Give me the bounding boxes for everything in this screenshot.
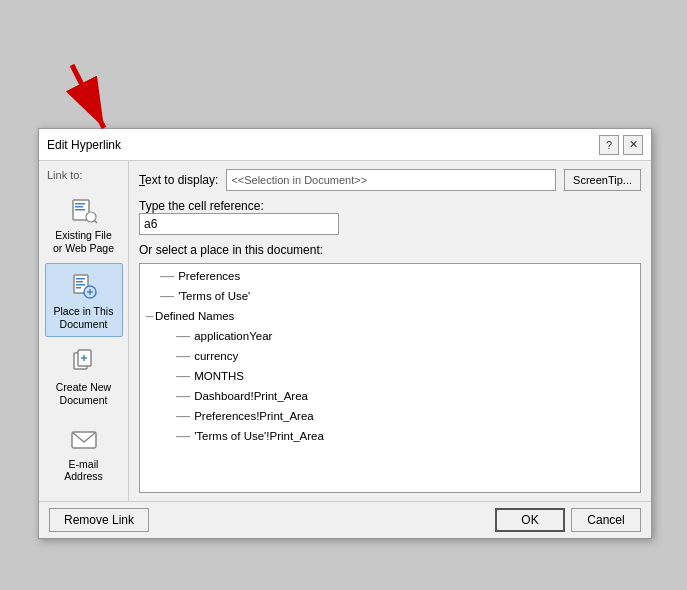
tree-dash-icon: ── — [176, 331, 190, 342]
tree-item-label: currency — [194, 350, 238, 362]
svg-rect-9 — [76, 278, 85, 280]
edit-hyperlink-dialog: Edit Hyperlink ? ✕ Link to: — [38, 128, 652, 539]
tree-item-prefs-print[interactable]: ── Preferences!Print_Area — [140, 406, 640, 426]
close-button[interactable]: ✕ — [623, 135, 643, 155]
title-bar: Edit Hyperlink ? ✕ — [39, 129, 651, 161]
help-button[interactable]: ? — [599, 135, 619, 155]
svg-line-7 — [94, 220, 97, 223]
sidebar-item-create-new[interactable]: Create NewDocument — [45, 339, 123, 413]
sidebar: Link to: Existing Fileor Web Page — [39, 161, 129, 501]
tree-section-label: Or select a place in this document: — [139, 243, 641, 257]
tree-item-label: Preferences!Print_Area — [194, 410, 314, 422]
tree-dash-icon: ── — [176, 391, 190, 402]
cell-ref-section: Type the cell reference: — [139, 197, 641, 235]
create-new-label: Create NewDocument — [56, 381, 111, 406]
cancel-button[interactable]: Cancel — [571, 508, 641, 532]
tree-item-terms[interactable]: ── 'Terms of Use' — [140, 286, 640, 306]
cell-ref-input[interactable] — [139, 213, 339, 235]
tree-dash-icon: ── — [176, 431, 190, 442]
svg-rect-3 — [75, 203, 85, 205]
title-controls: ? ✕ — [599, 135, 643, 155]
svg-rect-5 — [75, 209, 85, 211]
tree-item-label: MONTHS — [194, 370, 244, 382]
svg-rect-10 — [76, 281, 83, 283]
text-display-label: Text to display: — [139, 173, 218, 187]
svg-rect-4 — [75, 206, 83, 208]
tree-dash-icon: ── — [176, 351, 190, 362]
tree-dash-icon: ── — [176, 371, 190, 382]
cell-ref-label: Type the cell reference: — [139, 199, 641, 213]
text-display-input[interactable] — [226, 169, 556, 191]
svg-line-1 — [72, 65, 104, 128]
svg-rect-11 — [76, 284, 85, 286]
tree-item-defined-names[interactable]: ─ Defined Names — [140, 306, 640, 326]
svg-rect-12 — [76, 287, 81, 289]
tree-expand-icon: ─ — [146, 311, 153, 322]
dialog-body: Link to: Existing Fileor Web Page — [39, 161, 651, 501]
sidebar-item-existing-file[interactable]: Existing Fileor Web Page — [45, 187, 123, 261]
tree-item-terms-print[interactable]: ── 'Terms of Use'!Print_Area — [140, 426, 640, 446]
existing-file-label: Existing Fileor Web Page — [53, 229, 114, 254]
tree-item-preferences[interactable]: ── Preferences — [140, 266, 640, 286]
place-in-document-icon — [68, 270, 100, 302]
link-to-label: Link to: — [43, 169, 124, 185]
main-content: Text to display: ScreenTip... Type the c… — [129, 161, 651, 501]
tree-dash-icon: ── — [160, 291, 174, 302]
tree-item-app-year[interactable]: ── applicationYear — [140, 326, 640, 346]
bottom-button-row: Remove Link OK Cancel — [39, 501, 651, 538]
existing-file-icon — [68, 194, 100, 226]
email-label: E-mailAddress — [64, 458, 103, 483]
place-in-document-label: Place in ThisDocument — [54, 305, 114, 330]
tree-item-currency[interactable]: ── currency — [140, 346, 640, 366]
tree-item-label: 'Terms of Use'!Print_Area — [194, 430, 324, 442]
tree-item-label: applicationYear — [194, 330, 272, 342]
screentip-button[interactable]: ScreenTip... — [564, 169, 641, 191]
tree-item-dashboard-print[interactable]: ── Dashboard!Print_Area — [140, 386, 640, 406]
tree-item-label: 'Terms of Use' — [178, 290, 250, 302]
sidebar-item-place-in-document[interactable]: Place in ThisDocument — [45, 263, 123, 337]
tree-item-label: Preferences — [178, 270, 240, 282]
email-icon — [68, 423, 100, 455]
text-display-row: Text to display: ScreenTip... — [139, 169, 641, 191]
ok-button[interactable]: OK — [495, 508, 565, 532]
tree-container[interactable]: ── Preferences ── 'Terms of Use' ─ Defin… — [139, 263, 641, 493]
tree-item-months[interactable]: ── MONTHS — [140, 366, 640, 386]
create-new-icon — [68, 346, 100, 378]
remove-link-button[interactable]: Remove Link — [49, 508, 149, 532]
tree-dash-icon: ── — [176, 411, 190, 422]
tree-item-label: Dashboard!Print_Area — [194, 390, 308, 402]
tree-dash-icon: ── — [160, 271, 174, 282]
sidebar-item-email[interactable]: E-mailAddress — [45, 416, 123, 490]
tree-item-label: Defined Names — [155, 310, 234, 322]
